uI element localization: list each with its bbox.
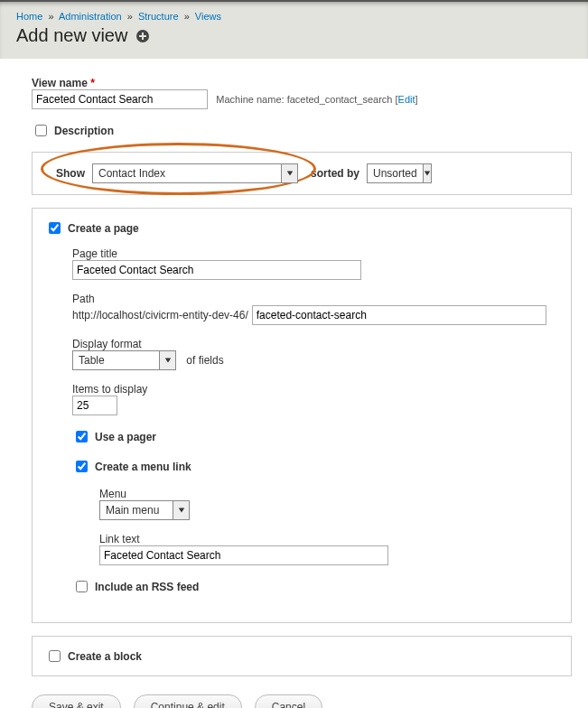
svg-marker-1 xyxy=(425,172,430,176)
page-title-field-label: Page title xyxy=(72,247,558,260)
breadcrumb-structure[interactable]: Structure xyxy=(138,11,179,22)
breadcrumb: Home » Administration » Structure » View… xyxy=(16,11,572,22)
path-base: http://localhost/civicrm-entity-dev-46/ xyxy=(72,309,248,321)
use-pager-checkbox[interactable] xyxy=(76,431,88,442)
breadcrumb-views[interactable]: Views xyxy=(195,11,221,22)
page-title: Add new view xyxy=(16,25,572,46)
of-fields-label: of fields xyxy=(186,354,223,367)
chevron-down-icon xyxy=(159,351,175,369)
show-label: Show xyxy=(56,167,85,180)
header-region: Home » Administration » Structure » View… xyxy=(0,0,588,59)
breadcrumb-administration[interactable]: Administration xyxy=(59,11,122,22)
create-menu-link-label: Create a menu link xyxy=(95,461,191,473)
svg-marker-0 xyxy=(286,172,292,176)
display-format-label: Display format xyxy=(72,338,558,350)
show-select[interactable]: Contact Index xyxy=(92,163,298,183)
create-block-label: Create a block xyxy=(68,650,142,663)
path-label: Path xyxy=(72,293,558,305)
save-button[interactable]: Save & exit xyxy=(32,694,121,708)
continue-button[interactable]: Continue & edit xyxy=(134,694,242,708)
description-checkbox[interactable] xyxy=(35,125,47,136)
menu-label: Menu xyxy=(99,488,558,500)
page-title-input[interactable] xyxy=(72,260,361,280)
link-text-label: Link text xyxy=(99,533,558,545)
description-label: Description xyxy=(54,125,114,137)
sorted-by-select[interactable]: Unsorted xyxy=(367,163,432,183)
menu-select[interactable]: Main menu xyxy=(99,500,190,520)
use-pager-label: Use a pager xyxy=(95,431,156,443)
create-page-checkbox[interactable] xyxy=(49,222,61,234)
svg-marker-3 xyxy=(178,508,183,513)
create-menu-link-checkbox[interactable] xyxy=(76,461,88,472)
view-name-label: View name * xyxy=(32,77,95,89)
items-to-display-label: Items to display xyxy=(72,383,558,396)
rss-label: Include an RSS feed xyxy=(95,581,199,593)
chevron-down-icon xyxy=(423,164,431,182)
chevron-down-icon xyxy=(281,164,297,182)
items-to-display-input[interactable] xyxy=(72,396,117,415)
link-text-input[interactable] xyxy=(99,545,388,565)
breadcrumb-home[interactable]: Home xyxy=(16,11,42,22)
create-page-label: Create a page xyxy=(68,222,139,235)
view-name-input[interactable] xyxy=(32,89,208,109)
chevron-down-icon xyxy=(173,501,189,519)
sorted-by-label: sorted by xyxy=(311,167,359,180)
machine-name: Machine name: faceted_contact_search [Ed… xyxy=(216,94,417,105)
create-block-checkbox[interactable] xyxy=(49,650,61,662)
display-format-select[interactable]: Table xyxy=(72,350,176,370)
svg-marker-2 xyxy=(164,359,170,363)
cancel-button[interactable]: Cancel xyxy=(255,694,322,708)
path-input[interactable] xyxy=(252,305,546,325)
add-icon[interactable] xyxy=(136,30,149,42)
machine-name-edit-link[interactable]: Edit xyxy=(398,94,415,105)
rss-checkbox[interactable] xyxy=(76,581,88,592)
